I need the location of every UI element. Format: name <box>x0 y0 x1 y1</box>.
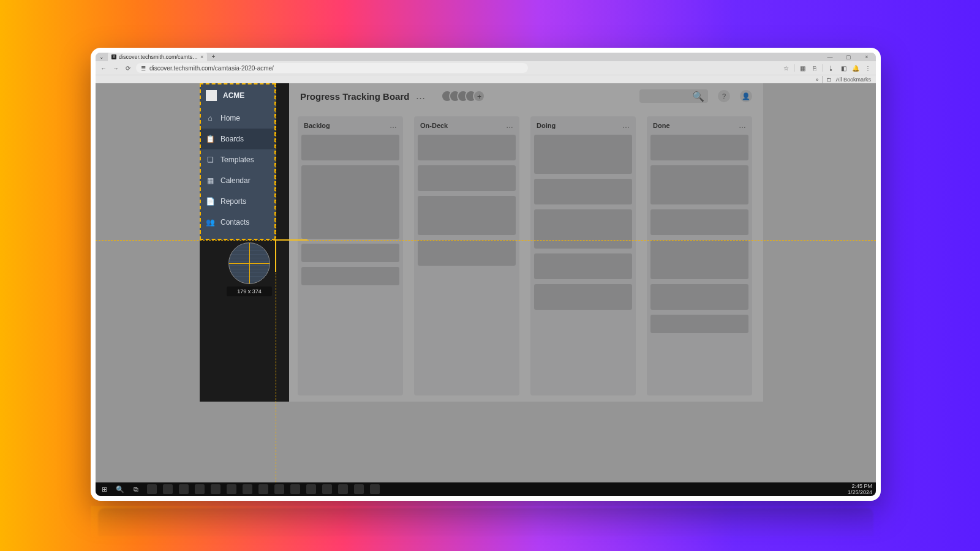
capture-selection-rect[interactable] <box>200 83 276 240</box>
tab-favicon: X <box>111 54 116 59</box>
sidebar-brand[interactable]: ACME <box>200 83 276 108</box>
taskbar-app-icon[interactable] <box>338 484 348 494</box>
board-columns: Backlog … On-Deck … <box>298 116 760 395</box>
avatar[interactable] <box>449 90 461 102</box>
card-placeholder[interactable] <box>418 240 516 266</box>
card-placeholder[interactable] <box>301 244 399 262</box>
column-backlog: Backlog … <box>298 116 403 395</box>
card-placeholder[interactable] <box>534 284 632 310</box>
column-title: Doing <box>537 122 556 129</box>
board-search-input[interactable]: 🔍 <box>639 89 708 103</box>
card-placeholder[interactable] <box>534 135 632 174</box>
taskbar-app-icon[interactable] <box>306 484 316 494</box>
card-placeholder[interactable] <box>650 284 748 310</box>
help-button[interactable]: ? <box>718 90 730 102</box>
capture-dimensions-label: 179 x 374 <box>227 287 272 296</box>
url-field[interactable]: ≣ discover.techsmith.com/camtasia-2020-a… <box>136 63 528 73</box>
taskbar-app-icon[interactable] <box>195 484 205 494</box>
task-view-icon[interactable]: ⧉ <box>131 484 141 494</box>
avatar[interactable] <box>465 90 477 102</box>
taskbar-app-icon[interactable] <box>274 484 284 494</box>
browser-tab[interactable]: X discover.techsmith.com/camts… × <box>108 53 207 61</box>
card-placeholder[interactable] <box>301 135 399 160</box>
card-placeholder[interactable] <box>534 209 632 249</box>
capture-dim-overlay <box>96 83 876 482</box>
taskbar-app-icon[interactable] <box>258 484 268 494</box>
taskbar-app-icon[interactable] <box>322 484 332 494</box>
add-member-button[interactable]: + <box>473 90 485 102</box>
card-placeholder[interactable] <box>534 253 632 279</box>
brand-label: ACME <box>223 91 244 100</box>
card-placeholder[interactable] <box>650 240 748 279</box>
bookmark-star-icon[interactable]: ☆ <box>782 65 790 72</box>
taskbar-app-icon[interactable] <box>163 484 173 494</box>
window-controls: — ▢ × <box>821 53 876 61</box>
all-bookmarks-link[interactable]: All Bookmarks <box>835 77 871 83</box>
magnifier-lens-icon <box>228 242 270 284</box>
capture-guide-horizontal <box>96 240 876 241</box>
sidebar-item-boards[interactable]: 📋 Boards <box>200 129 276 149</box>
user-avatar-button[interactable]: 👤 <box>740 90 752 102</box>
toolbar-separator <box>794 64 794 72</box>
nav-reload-button[interactable]: ⟳ <box>124 65 132 72</box>
avatar[interactable] <box>457 90 469 102</box>
card-placeholder[interactable] <box>418 196 516 235</box>
card-placeholder[interactable] <box>650 315 748 333</box>
taskbar-app-icon[interactable] <box>370 484 380 494</box>
nav-forward-button[interactable]: → <box>111 65 120 72</box>
contacts-icon: 👥 <box>206 218 214 227</box>
card-placeholder[interactable] <box>418 165 516 191</box>
frame-reflection <box>91 506 881 545</box>
browser-menu-icon[interactable]: ⋮ <box>864 65 872 72</box>
url-text: discover.techsmith.com/camtasia-2020-acm… <box>149 65 274 72</box>
tab-close-icon[interactable]: × <box>200 54 203 60</box>
taskbar-app-icon[interactable] <box>290 484 300 494</box>
taskbar-search-icon[interactable]: 🔍 <box>115 484 125 494</box>
avatar-stack: + <box>441 90 485 102</box>
column-menu-icon[interactable]: … <box>506 121 513 130</box>
card-placeholder[interactable] <box>301 165 399 239</box>
card-placeholder[interactable] <box>650 135 748 160</box>
avatar[interactable] <box>441 90 453 102</box>
system-clock[interactable]: 2:45 PM 1/25/2024 <box>848 483 872 495</box>
taskbar-app-icon[interactable] <box>227 484 236 494</box>
window-close-button[interactable]: × <box>858 53 876 61</box>
column-menu-icon[interactable]: … <box>622 121 630 130</box>
tab-list-arrow-icon[interactable]: ⌄ <box>98 53 105 61</box>
taskbar-app-icon[interactable] <box>147 484 157 494</box>
card-placeholder[interactable] <box>650 165 748 204</box>
extension-icon[interactable]: ▦ <box>798 65 807 72</box>
nav-back-button[interactable]: ← <box>99 65 108 72</box>
new-tab-button[interactable]: + <box>209 53 217 61</box>
column-menu-icon[interactable]: … <box>739 121 746 130</box>
start-button[interactable]: ⊞ <box>99 484 109 494</box>
column-title: On-Deck <box>420 122 448 129</box>
site-info-icon[interactable]: ≣ <box>141 65 146 72</box>
taskbar-app-icon[interactable] <box>243 484 252 494</box>
sidebar-item-contacts[interactable]: 👥 Contacts <box>200 212 276 233</box>
sidebar-item-reports[interactable]: 📄 Reports <box>200 191 276 212</box>
sidebar-item-calendar[interactable]: ▦ Calendar <box>200 170 276 191</box>
card-placeholder[interactable] <box>301 267 399 285</box>
templates-icon: ❏ <box>206 156 214 164</box>
taskbar-app-icon[interactable] <box>354 484 364 494</box>
toolbar-separator <box>823 64 823 72</box>
sidebar-item-templates[interactable]: ❏ Templates <box>200 149 276 170</box>
board-title-menu-icon[interactable]: … <box>415 91 425 102</box>
extensions-puzzle-icon[interactable]: ⎘ <box>810 65 819 72</box>
tab-strip: ⌄ X discover.techsmith.com/camts… × + <box>96 53 217 61</box>
downloads-icon[interactable]: ⭳ <box>827 65 835 72</box>
column-menu-icon[interactable]: … <box>390 121 397 130</box>
card-placeholder[interactable] <box>418 135 516 160</box>
card-placeholder[interactable] <box>534 179 632 204</box>
bookmarks-overflow-icon[interactable]: » <box>815 77 818 83</box>
sidebar-item-home[interactable]: ⌂ Home <box>200 108 276 129</box>
window-minimize-button[interactable]: — <box>821 53 839 61</box>
taskbar-app-icon[interactable] <box>179 484 189 494</box>
window-maximize-button[interactable]: ▢ <box>839 53 858 61</box>
side-panel-icon[interactable]: ◧ <box>839 65 848 72</box>
card-placeholder[interactable] <box>650 209 748 235</box>
profile-icon[interactable]: 🔔 <box>851 65 860 72</box>
sidebar-item-label: Calendar <box>221 176 251 185</box>
taskbar-app-icon[interactable] <box>211 484 221 494</box>
